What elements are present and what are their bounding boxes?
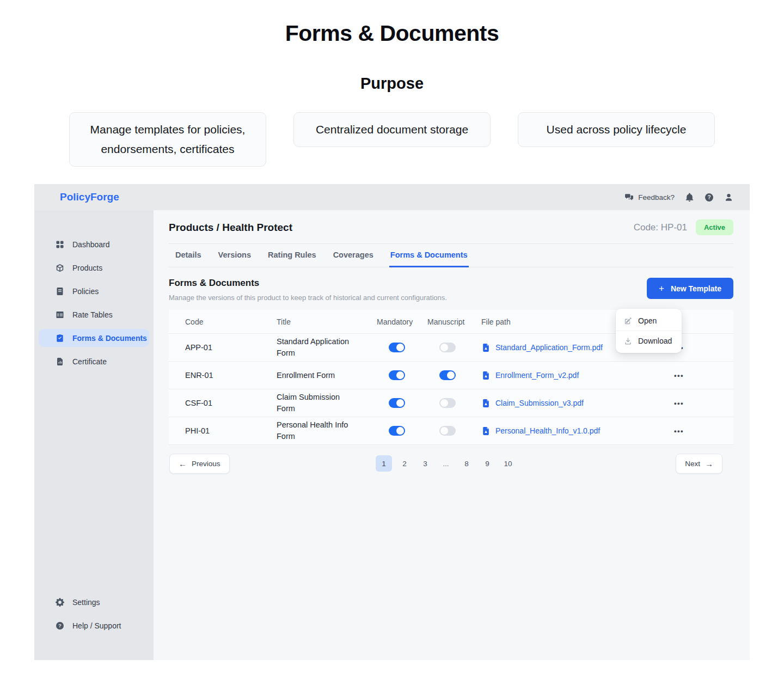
mandatory-toggle[interactable] xyxy=(389,426,405,436)
sidebar-spacer xyxy=(34,373,154,590)
tab-rating-rules[interactable]: Rating Rules xyxy=(267,251,317,267)
new-template-button[interactable]: + New Template xyxy=(647,278,733,299)
manuscript-toggle[interactable] xyxy=(439,343,456,352)
gear-icon xyxy=(56,598,64,607)
purpose-card: Used across policy lifecycle xyxy=(518,112,715,147)
page-numbers: 1 2 3 ... 8 9 10 xyxy=(376,455,516,472)
status-badge: Active xyxy=(696,219,733,235)
sidebar-item-products[interactable]: Products xyxy=(39,259,149,277)
clipboard-check-icon xyxy=(56,334,64,343)
page-title: Forms & Documents xyxy=(0,21,784,46)
file-chart-icon xyxy=(56,357,64,366)
sidebar-item-label: Certificate xyxy=(72,357,107,366)
sidebar: Dashboard Products Policies Rate Tables xyxy=(34,210,154,660)
user-icon[interactable] xyxy=(724,193,733,202)
menu-item-download[interactable]: Download xyxy=(616,331,682,351)
sidebar-item-forms-documents[interactable]: Forms & Documents xyxy=(39,329,149,347)
mandatory-toggle[interactable] xyxy=(389,370,405,380)
file-name: Enrollment_Form_v2.pdf xyxy=(495,371,579,380)
page-button-8[interactable]: 8 xyxy=(458,455,475,472)
tab-details[interactable]: Details xyxy=(174,251,203,267)
pdf-file-icon xyxy=(481,343,491,352)
cube-icon xyxy=(56,264,64,272)
row-context-menu: Open Download xyxy=(616,309,682,353)
svg-text:?: ? xyxy=(58,622,62,628)
manuscript-toggle[interactable] xyxy=(439,426,456,436)
mandatory-toggle[interactable] xyxy=(389,398,405,408)
question-circle-icon: ? xyxy=(56,621,64,630)
breadcrumb: Products / Health Protect xyxy=(169,222,292,234)
menu-item-label: Open xyxy=(638,316,657,325)
sidebar-item-policies[interactable]: Policies xyxy=(39,282,149,300)
manuscript-toggle[interactable] xyxy=(439,370,456,380)
grid-icon xyxy=(56,240,64,249)
file-link[interactable]: Claim_Submission_v3.pdf xyxy=(481,399,668,408)
sidebar-item-label: Products xyxy=(72,264,102,272)
plus-icon: + xyxy=(659,284,664,293)
manuscript-toggle[interactable] xyxy=(439,398,456,408)
chat-bubbles-icon xyxy=(624,193,634,202)
previous-label: Previous xyxy=(192,460,220,468)
edit-icon xyxy=(624,317,632,325)
page-button-10[interactable]: 10 xyxy=(500,455,516,472)
page-button-3[interactable]: 3 xyxy=(417,455,433,472)
bell-icon[interactable] xyxy=(685,193,694,202)
next-label: Next xyxy=(685,460,700,468)
page-button-9[interactable]: 9 xyxy=(479,455,495,472)
cell-code: ENR-01 xyxy=(185,371,277,380)
sidebar-item-label: Rate Tables xyxy=(72,310,113,319)
table-row: PHI-01 Personal Health Info Form Persona… xyxy=(169,417,733,445)
sidebar-item-label: Help / Support xyxy=(72,621,121,630)
pdf-file-icon xyxy=(481,426,491,436)
cell-code: CSF-01 xyxy=(185,399,277,407)
new-template-label: New Template xyxy=(671,284,721,293)
svg-text:?: ? xyxy=(707,194,710,200)
cell-title: Personal Health Info Form xyxy=(277,419,377,442)
next-page-button[interactable]: Next → xyxy=(676,454,722,474)
menu-item-label: Download xyxy=(638,337,672,345)
tab-forms-documents[interactable]: Forms & Documents xyxy=(389,251,469,267)
page-button-1[interactable]: 1 xyxy=(376,455,392,472)
tab-versions[interactable]: Versions xyxy=(217,251,252,267)
sidebar-item-dashboard[interactable]: Dashboard xyxy=(39,235,149,253)
topbar: PolicyForge Feedback? ? xyxy=(34,184,750,210)
product-code: Code: HP-01 xyxy=(634,222,687,233)
feedback-button[interactable]: Feedback? xyxy=(624,193,675,202)
page-ellipsis: ... xyxy=(438,455,454,472)
page-button-2[interactable]: 2 xyxy=(396,455,413,472)
arrow-right-icon: → xyxy=(705,460,713,468)
help-circle-icon[interactable]: ? xyxy=(705,193,714,202)
table-row: CSF-01 Claim Submission Form Claim_Submi… xyxy=(169,389,733,417)
column-header-mandatory: Mandatory xyxy=(377,317,427,326)
section-title: Forms & Documents xyxy=(169,278,447,289)
app-window: PolicyForge Feedback? ? xyxy=(34,184,750,660)
sidebar-item-certificate[interactable]: Certificate xyxy=(39,352,149,370)
row-menu-button[interactable]: ••• xyxy=(668,397,690,410)
sidebar-item-label: Policies xyxy=(72,287,99,296)
table-icon xyxy=(56,310,64,319)
cell-code: PHI-01 xyxy=(185,426,277,435)
sidebar-item-help-support[interactable]: ? Help / Support xyxy=(39,616,149,634)
sidebar-item-settings[interactable]: Settings xyxy=(39,593,149,611)
pdf-file-icon xyxy=(481,371,491,380)
menu-item-open[interactable]: Open xyxy=(616,311,682,331)
row-menu-button[interactable]: ••• xyxy=(668,425,690,437)
pagination: ← Previous 1 2 3 ... 8 9 10 Next → xyxy=(169,453,722,474)
column-header-title: Title xyxy=(277,317,377,326)
column-header-manuscript: Manuscript xyxy=(427,317,481,326)
purpose-card: Manage templates for policies, endorseme… xyxy=(69,112,266,167)
cell-code: APP-01 xyxy=(185,343,277,352)
tab-coverages[interactable]: Coverages xyxy=(332,251,375,267)
mandatory-toggle[interactable] xyxy=(389,343,405,352)
sidebar-item-label: Forms & Documents xyxy=(72,334,147,343)
previous-page-button[interactable]: ← Previous xyxy=(169,454,230,474)
sidebar-item-rate-tables[interactable]: Rate Tables xyxy=(39,306,149,323)
section-description: Manage the versions of this product to k… xyxy=(169,294,447,302)
cell-title: Enrollment Form xyxy=(277,370,377,381)
purpose-card: Centralized document storage xyxy=(293,112,491,147)
file-link[interactable]: Personal_Health_Info_v1.0.pdf xyxy=(481,426,668,436)
row-menu-button[interactable]: ••• xyxy=(668,369,690,382)
download-icon xyxy=(624,337,632,345)
table-row: ENR-01 Enrollment Form Enrollment_Form_v… xyxy=(169,362,733,389)
file-link[interactable]: Enrollment_Form_v2.pdf xyxy=(481,371,668,380)
